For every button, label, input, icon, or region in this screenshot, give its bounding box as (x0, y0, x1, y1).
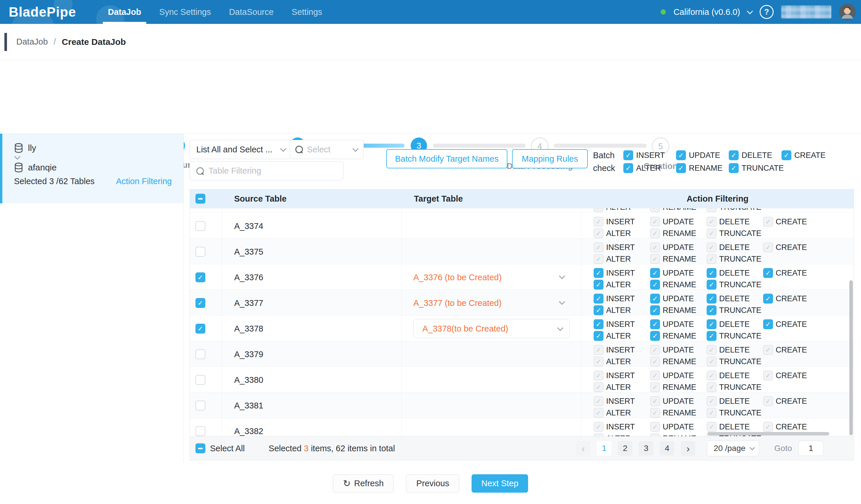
target-table-cell (402, 392, 582, 419)
batch-action-checkbox[interactable]: ✓ (676, 150, 686, 160)
row-action-checkbox[interactable]: ✓ (650, 294, 660, 303)
row-action-checkbox[interactable]: ✓ (593, 268, 603, 278)
chevron-down-icon[interactable] (559, 299, 565, 305)
row-select-checkbox[interactable] (195, 221, 205, 231)
row-action-checkbox[interactable]: ✓ (650, 331, 660, 341)
action-label: INSERT (606, 371, 635, 380)
mapping-rules-button[interactable]: Mapping Rules (512, 149, 588, 168)
batch-action-checkbox[interactable]: ✓ (729, 150, 739, 160)
row-select-checkbox[interactable] (195, 400, 205, 410)
row-select-checkbox[interactable]: ✓ (195, 324, 205, 333)
row-action-checkbox[interactable]: ✓ (707, 305, 716, 315)
row-select-checkbox[interactable]: ✓ (195, 298, 205, 308)
batch-action-checkbox[interactable]: ✓ (623, 150, 633, 160)
previous-button[interactable]: Previous (406, 474, 459, 493)
datasource-pair-item[interactable]: lly afanqie Selected 3 /62 Tables Acti (0, 134, 183, 203)
page-size-select[interactable]: 20 /page (707, 440, 759, 456)
row-action-checkbox: ✓ (707, 371, 716, 380)
action-label: INSERT (606, 397, 635, 406)
target-table-name[interactable]: A_3376 (to be Created) (413, 273, 502, 282)
nav-item-sync-settings[interactable]: Sync Settings (150, 0, 220, 24)
row-action-checkbox[interactable]: ✓ (763, 319, 773, 329)
row-action-checkbox[interactable]: ✓ (650, 319, 660, 329)
row-action-checkbox[interactable]: ✓ (763, 294, 773, 303)
batch-action-checkbox[interactable]: ✓ (623, 163, 633, 173)
region-version-select[interactable]: California (v0.6.0) (673, 7, 740, 17)
row-action-checkbox[interactable]: ✓ (593, 280, 603, 289)
page-button-4[interactable]: 4 (660, 441, 674, 455)
chevron-down-icon[interactable] (559, 273, 565, 279)
row-action-checkbox[interactable]: ✓ (707, 268, 716, 278)
vertical-scrollbar[interactable] (849, 280, 853, 435)
row-action-checkbox[interactable]: ✓ (707, 319, 716, 329)
chevron-down-icon[interactable] (747, 8, 753, 14)
target-table-name[interactable]: A_3377 (to be Created) (413, 298, 502, 308)
table-row: A_3375✓INSERT✓UPDATE✓DELETE✓CREATE✓ALTER… (190, 239, 854, 264)
next-page-button[interactable]: › (681, 441, 695, 455)
row-action-checkbox[interactable]: ✓ (593, 294, 603, 303)
action-label: DELETE (719, 320, 750, 329)
table-filter-input[interactable]: Table Filtering (190, 161, 343, 180)
row-action-checkbox[interactable]: ✓ (650, 280, 660, 289)
action-label: ALTER (606, 383, 631, 392)
breadcrumb-accent-bar (4, 33, 7, 51)
target-table-select[interactable]: A_3378(to be Created) (413, 319, 570, 338)
batch-action-checkbox[interactable]: ✓ (676, 163, 686, 173)
row-action-checkbox: ✓ (593, 228, 603, 238)
row-action-checkbox[interactable]: ✓ (707, 294, 716, 303)
row-action-create: ✓CREATE (763, 294, 820, 303)
action-label: CREATE (776, 397, 807, 406)
selection-count-text: Selected 3 items, 62 items in total (269, 444, 395, 453)
help-icon[interactable]: ? (760, 5, 774, 19)
row-action-delete: ✓DELETE (707, 396, 763, 406)
batch-action-checkbox[interactable]: ✓ (729, 163, 739, 173)
select-all-header-checkbox[interactable] (195, 194, 205, 204)
list-mode-select[interactable]: List All and Select ... (190, 140, 291, 159)
row-action-checkbox[interactable]: ✓ (650, 268, 660, 278)
app-logo[interactable]: BladePipe (9, 4, 76, 20)
source-table-cell: A_3379 (222, 341, 402, 367)
stepper: ✓ DataSource ✓ Properties 3 Tables 4 Dat… (0, 60, 861, 134)
row-select-checkbox[interactable] (195, 375, 205, 385)
action-filtering-link[interactable]: Action Filtering (116, 177, 172, 186)
horizontal-scrollbar[interactable] (708, 432, 829, 436)
row-action-rename: ✓RENAME (650, 208, 707, 212)
table-row-partial: ✓INSERT✓UPDATE✓DELETE✓CREATE✓ALTER✓RENAM… (190, 208, 854, 213)
row-action-checkbox[interactable]: ✓ (593, 305, 603, 315)
action-label: ALTER (606, 408, 631, 418)
action-label: INSERT (606, 269, 635, 278)
nav-item-datajob[interactable]: DataJob (99, 0, 150, 24)
source-table-cell: A_3377 (222, 290, 402, 316)
select-all-checkbox[interactable] (195, 444, 205, 453)
row-select-checkbox[interactable] (195, 247, 205, 257)
row-action-checkbox[interactable]: ✓ (650, 305, 660, 315)
row-action-checkbox: ✓ (593, 208, 603, 212)
batch-action-checkbox[interactable]: ✓ (781, 150, 791, 160)
action-label: TRUNCATE (741, 164, 784, 173)
action-label: UPDATE (662, 345, 694, 355)
row-action-checkbox[interactable]: ✓ (593, 331, 603, 341)
refresh-button[interactable]: ↻ Refresh (333, 474, 394, 493)
row-select-checkbox[interactable] (195, 349, 205, 359)
database-icon (14, 143, 23, 153)
row-action-checkbox: ✓ (650, 208, 660, 212)
row-action-checkbox[interactable]: ✓ (707, 280, 716, 289)
row-action-checkbox[interactable]: ✓ (763, 268, 773, 278)
nav-item-datasource[interactable]: DataSource (220, 0, 283, 24)
next-step-button[interactable]: Next Step (472, 474, 528, 493)
row-action-checkbox[interactable]: ✓ (593, 319, 603, 329)
avatar[interactable] (839, 3, 856, 21)
page-button-1[interactable]: 1 (597, 441, 611, 455)
row-action-checkbox[interactable]: ✓ (707, 331, 716, 341)
batch-modify-target-names-button[interactable]: Batch Modify Target Names (386, 149, 507, 168)
action-label: ALTER (606, 255, 631, 264)
page-button-2[interactable]: 2 (618, 441, 632, 455)
page-button-3[interactable]: 3 (639, 441, 653, 455)
action-label: RENAME (662, 255, 696, 264)
row-select-checkbox[interactable]: ✓ (195, 272, 205, 282)
row-select-checkbox[interactable] (195, 426, 205, 436)
goto-page-input[interactable] (798, 441, 823, 456)
nav-item-settings[interactable]: Settings (283, 0, 331, 24)
quick-select[interactable]: Select (290, 140, 364, 159)
breadcrumb-parent[interactable]: DataJob (16, 37, 48, 46)
